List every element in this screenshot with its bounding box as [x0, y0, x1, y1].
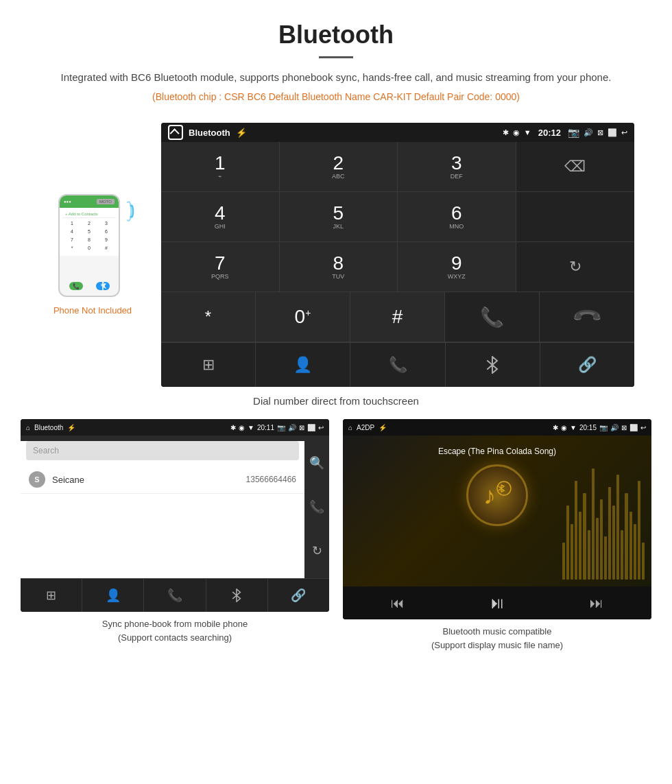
phone-key-star: *	[64, 244, 80, 252]
pb-statusbar: ⌂ Bluetooth ⚡ ✱ ◉ ▼ 20:11 📷 🔊 ⊠ ⬜ ↩	[21, 419, 329, 436]
header-divider	[319, 56, 353, 58]
phonebook-screen: ⌂ Bluetooth ⚡ ✱ ◉ ▼ 20:11 📷 🔊 ⊠ ⬜ ↩	[21, 419, 329, 612]
dial-key-8[interactable]: 8 TUV	[280, 242, 398, 292]
home-icon	[168, 125, 183, 140]
eq-bar	[592, 468, 595, 580]
pb-bottom-grid-btn[interactable]: ⊞	[21, 579, 82, 612]
eq-bar	[571, 524, 573, 580]
dialpad-bottom-toolbar: ⊞ 👤 📞 🔗	[161, 342, 634, 387]
phone-bottom-bar: 📞	[60, 282, 119, 290]
phone-key-7: 7	[64, 236, 80, 243]
toolbar-link-btn[interactable]: 🔗	[540, 343, 634, 387]
eq-bar	[625, 493, 627, 580]
phone-key-5: 5	[81, 228, 97, 235]
svg-point-1	[497, 482, 511, 495]
phone-add-contacts: + Add to Contacts	[62, 211, 116, 218]
dial-key-backspace[interactable]: ⌫	[516, 142, 635, 191]
eq-bar	[562, 543, 565, 580]
pb-bt-icon: ✱	[230, 424, 236, 431]
phone-call-btn: 📞	[69, 282, 83, 290]
pb-bottom-bt-btn[interactable]	[206, 579, 268, 612]
dial-key-2[interactable]: 2 ABC	[280, 142, 398, 191]
pb-contact-avatar: S	[29, 471, 45, 488]
ms-scr-icon: ⊠	[621, 424, 627, 431]
dial-key-star[interactable]: *	[161, 292, 256, 342]
bottom-screenshots: ⌂ Bluetooth ⚡ ✱ ◉ ▼ 20:11 📷 🔊 ⊠ ⬜ ↩	[0, 419, 672, 652]
music-caption: Bluetooth music compatible (Support disp…	[431, 625, 563, 652]
status-time: 20:12	[538, 128, 561, 138]
eq-bar	[634, 524, 636, 580]
ms-prev-btn[interactable]: ⏮	[391, 595, 405, 611]
phone-key-0: 0	[81, 244, 97, 252]
pb-win-icon: ⬜	[307, 424, 315, 431]
pb-app-name: Bluetooth	[34, 424, 63, 431]
dial-key-5[interactable]: 5 JKL	[280, 192, 398, 241]
eq-bar	[579, 512, 581, 580]
dial-key-7[interactable]: 7 PQRS	[161, 242, 280, 292]
statusbar-right: ✱ ◉ ▼ 20:12 📷 🔊 ⊠ ⬜ ↩	[503, 127, 627, 138]
eq-bar	[608, 487, 611, 580]
dial-key-refresh[interactable]: ↻	[516, 242, 635, 292]
toolbar-contacts-btn[interactable]: 👤	[256, 343, 350, 387]
pb-scr-icon: ⊠	[299, 424, 304, 431]
phone-key-hash: #	[98, 244, 115, 252]
dial-key-call-green[interactable]: 📞	[445, 292, 540, 342]
eq-bar	[642, 543, 645, 580]
ms-app-name: A2DP	[357, 424, 374, 431]
phone-top-bar: ●●● MOTO	[60, 195, 119, 208]
pb-bottom-phone-btn[interactable]: 📞	[144, 579, 206, 612]
dialpad-screen: Bluetooth ⚡ ✱ ◉ ▼ 20:12 📷 🔊 ⊠ ⬜ ↩ 1 ⌁	[161, 123, 634, 387]
toolbar-grid-btn[interactable]: ⊞	[161, 343, 256, 387]
phone-body: ●●● MOTO + Add to Contacts 1 2 3 4 5 6 7…	[58, 194, 120, 297]
pb-refresh-sidebar-icon[interactable]: ↻	[312, 538, 322, 564]
ms-controls: ⏮ ⏯ ⏭	[343, 586, 651, 619]
phone-key-6: 6	[98, 228, 115, 235]
dial-key-9[interactable]: 9 WXYZ	[398, 242, 516, 292]
pb-call-sidebar-icon[interactable]: 📞	[309, 494, 324, 520]
pb-back-icon: ↩	[318, 424, 324, 431]
middle-section: ●●● MOTO + Add to Contacts 1 2 3 4 5 6 7…	[0, 123, 672, 387]
dial-key-6[interactable]: 6 MNO	[398, 192, 516, 241]
ms-time: 20:15	[579, 424, 597, 431]
window-icon: ⬜	[608, 128, 617, 137]
ms-next-btn[interactable]: ⏭	[590, 595, 603, 611]
pb-main-area: Search S Seicane 13566664466 🔍 📞 ↻	[21, 436, 329, 578]
pb-search-bar[interactable]: Search	[26, 441, 299, 460]
dial-key-3[interactable]: 3 DEF	[398, 142, 516, 191]
dial-key-0[interactable]: 0+	[256, 292, 350, 342]
ms-statusbar: ⌂ A2DP ⚡ ✱ ◉ ▼ 20:15 📷 🔊 ⊠ ⬜ ↩	[343, 419, 651, 436]
pb-sidebar: 🔍 📞 ↻	[304, 436, 329, 578]
ms-play-btn[interactable]: ⏯	[489, 593, 505, 613]
dialpad-row-3: 7 PQRS 8 TUV 9 WXYZ ↻	[161, 242, 634, 292]
toolbar-phone-btn[interactable]: 📞	[350, 343, 445, 387]
pb-contact-number: 13566664466	[246, 475, 296, 484]
ms-loc-icon: ◉	[561, 424, 567, 431]
svg-text:♪: ♪	[483, 482, 496, 510]
ms-bt-icon: ✱	[553, 424, 558, 431]
toolbar-bluetooth-btn[interactable]	[446, 343, 540, 387]
dial-key-4[interactable]: 4 GHI	[161, 192, 280, 241]
eq-bar	[575, 481, 577, 580]
phone-key-1: 1	[64, 219, 80, 227]
pb-contact-name: Seicane	[52, 475, 246, 485]
pb-bottom-link-btn[interactable]: 🔗	[268, 579, 329, 612]
phone-not-included-label: Phone Not Included	[53, 305, 132, 316]
ms-song-title: Escape (The Pina Colada Song)	[438, 447, 556, 456]
pb-contact-entry[interactable]: S Seicane 13566664466	[21, 466, 304, 494]
dial-key-call-red[interactable]: 📞	[540, 292, 634, 342]
dial-key-hash[interactable]: #	[350, 292, 445, 342]
header-specs: (Bluetooth chip : CSR BC6 Default Blueto…	[41, 91, 631, 102]
music-screen: ⌂ A2DP ⚡ ✱ ◉ ▼ 20:15 📷 🔊 ⊠ ⬜ ↩	[343, 419, 651, 619]
dialpad-row-2: 4 GHI 5 JKL 6 MNO	[161, 192, 634, 242]
dialpad-row-1: 1 ⌁ 2 ABC 3 DEF ⌫	[161, 142, 634, 192]
dial-key-1[interactable]: 1 ⌁	[161, 142, 280, 191]
eq-bar	[588, 530, 590, 580]
pb-bottom-user-btn[interactable]: 👤	[82, 579, 144, 612]
music-item: ⌂ A2DP ⚡ ✱ ◉ ▼ 20:15 📷 🔊 ⊠ ⬜ ↩	[343, 419, 651, 652]
pb-search-sidebar-icon[interactable]: 🔍	[309, 450, 324, 476]
volume-icon: 🔊	[584, 128, 593, 137]
usb-icon: ⚡	[236, 128, 247, 138]
ms-eq-bars	[562, 456, 645, 580]
ms-album-art: ♪	[466, 464, 528, 526]
phone-dialpad-small: 1 2 3 4 5 6 7 8 9 * 0 #	[62, 218, 116, 253]
